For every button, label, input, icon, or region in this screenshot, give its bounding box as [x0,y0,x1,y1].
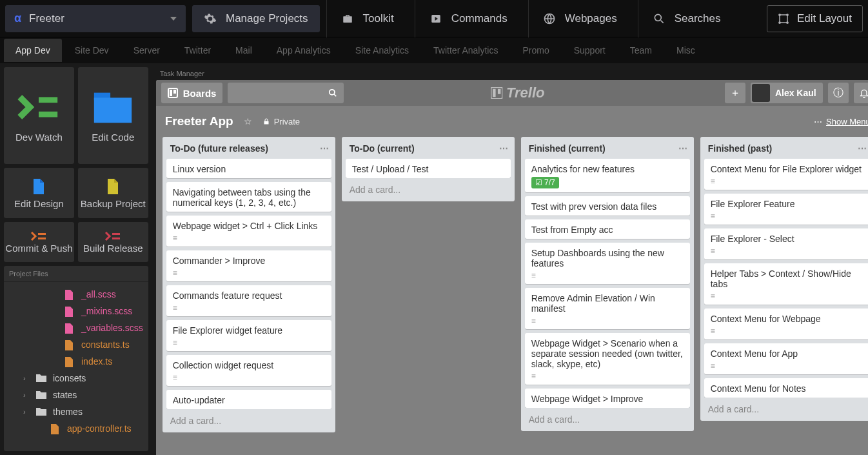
chevron-down-icon [170,17,177,21]
manage-projects-button[interactable]: Manage Projects [192,5,320,32]
card[interactable]: Webpage Widget > Scenario when a separat… [525,333,690,385]
add-button[interactable]: ＋ [725,83,745,103]
svg-rect-9 [39,111,57,117]
edit-layout-button[interactable]: Edit Layout [767,5,863,32]
card[interactable]: Commands feature request≡ [166,285,331,316]
description-icon: ≡ [711,212,863,221]
add-card-link[interactable]: Add a card... [342,178,515,201]
project-selector[interactable]: α Freeter [5,5,186,32]
card[interactable]: File Explorer Feature≡ [704,194,868,225]
list-menu-icon[interactable]: ⋯ [858,143,867,154]
card[interactable]: Helper Tabs > Context / Show/Hide tabs≡ [704,263,868,305]
tile-edit-code[interactable]: Edit Code [78,67,148,164]
add-card-link[interactable]: Add a card... [163,409,335,432]
tile-build-release[interactable]: Build Release [78,222,148,262]
add-card-link[interactable]: Add a card... [521,408,694,431]
folder-item[interactable]: ›states [4,387,148,403]
tab-mail[interactable]: Mail [224,39,264,62]
card[interactable]: Commander > Improve≡ [166,250,331,281]
card[interactable]: Test / Upload / Test [346,159,511,178]
svg-rect-20 [491,87,502,99]
card[interactable]: Collection widget request≡ [166,355,331,386]
file-item[interactable]: _all.scss [4,286,148,303]
card[interactable]: Context Menu for Webpage≡ [704,308,868,339]
svg-rect-23 [264,121,268,125]
tile-commit-push[interactable]: Commit & Push [4,222,74,262]
file-item[interactable]: _variables.scss [4,319,148,336]
card[interactable]: Context Menu for File Explorer widget≡ [704,159,868,190]
info-button[interactable]: ⓘ [828,83,849,103]
list-header[interactable]: Finished (current)⋯ [521,137,694,159]
list-title: To-Do (future releases) [170,143,268,154]
add-card-link[interactable]: Add a card... [700,398,868,421]
list-menu-icon[interactable]: ⋯ [678,143,687,154]
menu-webpages-label: Webpages [565,12,617,25]
file-name: index.ts [81,356,112,367]
tab-promo[interactable]: Promo [511,39,560,62]
card[interactable]: File Explorer - Select≡ [704,228,868,259]
tile-edit-design[interactable]: Edit Design [4,168,74,218]
tab-site-dev[interactable]: Site Dev [63,39,121,62]
menu-searches[interactable]: Searches [638,0,735,37]
card[interactable]: Setup Dashboards using the new features≡ [525,243,690,284]
board-visibility[interactable]: Private [262,117,300,126]
menu-webpages[interactable]: Webpages [528,0,631,37]
notifications-button[interactable] [854,83,868,103]
card[interactable]: Navigating between tabs using the numeri… [166,182,331,212]
show-menu-link[interactable]: Show Menu [814,117,868,126]
menu-commands-label: Commands [451,12,508,25]
card[interactable]: Remove Admin Elevation / Win manifest≡ [525,288,690,329]
board-header: Freeter App ☆ Private Show Menu [156,106,868,137]
list-header[interactable]: To-Do (future releases)⋯ [163,137,335,159]
trello-search[interactable] [228,83,344,103]
file-icon [64,307,75,316]
card[interactable]: Context Menu for App≡ [704,343,868,374]
file-item[interactable]: constants.ts [4,336,148,353]
svg-point-19 [330,90,335,95]
card[interactable]: Webpage widget > Ctrl + Click Links≡ [166,216,331,247]
list-header[interactable]: Finished (past)⋯ [700,137,868,159]
board-title: Freeter App [165,114,233,128]
file-icon [64,323,75,332]
tab-app-analytics[interactable]: App Analytics [265,39,342,62]
card[interactable]: Linux version [166,159,331,178]
card[interactable]: Auto-updater [166,390,331,409]
tab-server[interactable]: Server [122,39,172,62]
boards-icon [168,88,178,98]
file-name: states [53,390,77,400]
tile-dev-watch[interactable]: Dev Watch [4,67,74,164]
card[interactable]: Test from Empty acc [525,219,690,239]
file-panel-title: Project Files [4,266,148,282]
file-item[interactable]: _mixins.scss [4,303,148,319]
tab-misc[interactable]: Misc [665,39,707,62]
card[interactable]: Test with prev version data files [525,196,690,216]
file-item[interactable]: app-controller.ts [4,420,148,437]
boards-button[interactable]: Boards [161,83,223,103]
tabbar: App DevSite DevServerTwitterMailApp Anal… [0,37,868,63]
list-header[interactable]: To-Do (current)⋯ [342,137,515,159]
user-menu[interactable]: Alex Kaul [751,83,823,103]
file-icon [64,357,75,366]
svg-rect-13 [38,238,46,239]
prompt-small-icon [104,231,121,241]
tab-app-dev[interactable]: App Dev [4,39,62,62]
tab-team[interactable]: Team [618,39,664,62]
card[interactable]: Context Menu for Notes [704,378,868,398]
list-menu-icon[interactable]: ⋯ [320,143,329,154]
tab-twitter[interactable]: Twitter [173,39,222,62]
folder-item[interactable]: ›themes [4,403,148,420]
tab-site-analytics[interactable]: Site Analytics [344,39,420,62]
folder-item[interactable]: ›iconsets [4,370,148,387]
star-icon[interactable]: ☆ [244,116,252,126]
list-menu-icon[interactable]: ⋯ [499,143,508,154]
file-item[interactable]: index.ts [4,353,148,370]
tile-backup-project[interactable]: Backup Project [78,168,148,218]
card[interactable]: Webpage Widget > Improve [525,389,690,408]
card[interactable]: File Explorer widget feature≡ [166,320,331,351]
menu-toolkit[interactable]: Toolkit [326,0,408,37]
card[interactable]: Analytics for new features☑ 7/7 [525,159,690,192]
menu-commands[interactable]: Commands [415,0,522,37]
file-icon [105,177,121,196]
tab-twitter-analytics[interactable]: Twitter Analytics [422,39,509,62]
tab-support[interactable]: Support [562,39,617,62]
